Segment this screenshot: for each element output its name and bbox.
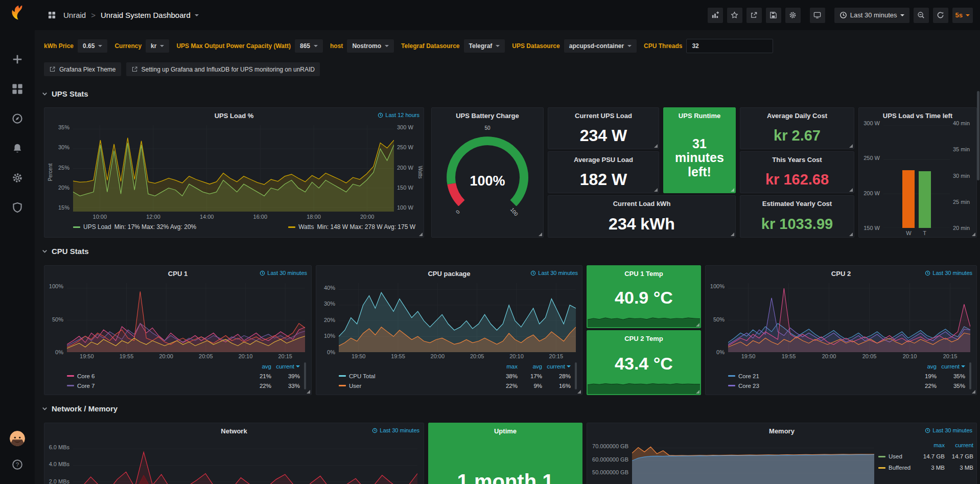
panel-title[interactable]: Uptime xyxy=(494,427,517,435)
legend-item[interactable]: Core 23 22% 35% xyxy=(728,381,965,390)
panel-title[interactable]: CPU package xyxy=(428,270,470,278)
refresh-button[interactable] xyxy=(933,8,948,23)
legend-sort-header[interactable]: avg xyxy=(910,363,937,370)
panel-title[interactable]: UPS Load vs Time left xyxy=(883,112,952,120)
dashboard-grid-icon[interactable] xyxy=(44,8,59,23)
y-axis-right: 40 min35 min30 min25 min20 min xyxy=(950,123,976,228)
panel-title[interactable]: UPS Load % xyxy=(215,112,254,120)
variable-value-dropdown[interactable]: Telegraf xyxy=(464,39,505,53)
legend-item[interactable]: Watts Min: 148 W Max: 278 W Avg: 175 W xyxy=(288,223,415,231)
chart-plot[interactable] xyxy=(73,441,417,484)
legend-scrollbar[interactable] xyxy=(575,362,577,389)
legend-scrollbar[interactable] xyxy=(304,362,306,389)
save-button[interactable] xyxy=(766,8,781,23)
panel-time-range[interactable]: Last 12 hours xyxy=(378,112,419,118)
chevron-down-icon[interactable] xyxy=(195,14,199,16)
legend-sort-header[interactable]: current xyxy=(271,363,300,370)
server-admin-shield-icon[interactable] xyxy=(7,197,28,218)
refresh-interval-picker[interactable]: 5s xyxy=(952,8,973,23)
legend-item[interactable]: Core 7 22% 33% xyxy=(67,381,300,390)
legend-item[interactable]: User 22% 9% 16% xyxy=(339,381,571,390)
chevron-down-icon xyxy=(385,45,389,47)
panel-time-range[interactable]: Last 30 minutes xyxy=(530,270,578,276)
explore-compass-icon[interactable] xyxy=(7,108,28,129)
legend-item[interactable]: Used 14.7 GB 14.7 GB xyxy=(878,451,973,462)
chart-plot[interactable] xyxy=(339,283,576,352)
legend-sort-header[interactable]: avg xyxy=(518,363,542,370)
breadcrumb-dashboard-title[interactable]: Unraid System Dashboard xyxy=(101,11,191,19)
legend-item[interactable]: CPU Total 38% 17% 28% xyxy=(339,371,571,381)
panel-time-range[interactable]: Last 30 minutes xyxy=(372,427,419,433)
legend-sort-header[interactable]: max xyxy=(916,442,945,448)
legend-sort-header[interactable]: avg xyxy=(245,363,271,370)
page-scrollbar[interactable] xyxy=(977,31,979,484)
create-plus-icon[interactable] xyxy=(7,49,28,70)
panel-time-range[interactable]: Last 30 minutes xyxy=(925,427,972,433)
chart-bar[interactable] xyxy=(902,170,915,228)
panel-title[interactable]: CPU 1 xyxy=(168,270,188,278)
star-button[interactable] xyxy=(727,8,742,23)
variable-text-input[interactable]: 32 xyxy=(686,39,773,53)
variable-value-dropdown[interactable]: kr xyxy=(146,39,169,53)
dashboards-grid-icon[interactable] xyxy=(7,79,28,99)
variable-value-dropdown[interactable]: Nostromo xyxy=(347,39,394,53)
cycle-view-mode-button[interactable] xyxy=(810,8,825,23)
panel-time-range[interactable]: Last 30 minutes xyxy=(925,270,972,276)
panel-uptime: Uptime 1 month 1 xyxy=(428,423,582,484)
variable-value-dropdown[interactable]: apcupsd-container xyxy=(564,39,637,53)
breadcrumb-folder[interactable]: Unraid xyxy=(63,11,86,19)
legend-item[interactable]: Core 6 21% 39% xyxy=(67,371,300,381)
grafana-logo-icon[interactable] xyxy=(8,4,27,24)
panel-title[interactable]: Average PSU Load xyxy=(574,156,633,164)
link-ups-monitoring-guide[interactable]: Setting up Grafana and InfluxDB for UPS … xyxy=(126,62,320,76)
panel-title[interactable]: Network xyxy=(221,427,247,435)
panel-time-range[interactable]: Last 30 minutes xyxy=(260,270,307,276)
section-header-ups-stats[interactable]: UPS Stats xyxy=(41,89,88,98)
stat-value: 234 W xyxy=(548,123,659,149)
section-header-cpu-stats[interactable]: CPU Stats xyxy=(41,247,89,256)
panel-title[interactable]: CPU 1 Temp xyxy=(624,270,663,278)
alerting-bell-icon[interactable] xyxy=(7,138,28,158)
panel-title[interactable]: Current Load kWh xyxy=(613,200,671,208)
legend-item[interactable]: Core 21 19% 35% xyxy=(728,371,965,381)
chart-plot[interactable] xyxy=(728,283,970,352)
panel-title[interactable]: Memory xyxy=(769,427,795,435)
legend-item[interactable]: UPS Load Min: 17% Max: 32% Avg: 20% xyxy=(73,223,196,231)
chart-plot[interactable] xyxy=(883,125,950,228)
variable-value-dropdown[interactable]: 865 xyxy=(295,39,323,53)
axis-tick: 250 W xyxy=(397,144,413,150)
legend-sort-header[interactable]: current xyxy=(945,442,973,448)
legend-sort-header[interactable]: max xyxy=(493,363,518,370)
panel-title[interactable]: CPU 2 xyxy=(831,270,851,278)
panel-title[interactable]: UPS Battery Charge xyxy=(456,112,519,120)
legend-sort-header[interactable]: current xyxy=(542,363,571,370)
settings-gear-icon[interactable] xyxy=(785,8,801,23)
share-button[interactable] xyxy=(746,8,762,23)
axis-tick: 14:00 xyxy=(200,214,214,220)
chart-plot[interactable] xyxy=(67,283,305,352)
panel-title[interactable]: Average Daily Cost xyxy=(767,112,827,120)
legend-item[interactable]: Buffered 3 MB 3 MB xyxy=(878,462,973,473)
variable-value-dropdown[interactable]: 0.65 xyxy=(78,39,107,53)
user-avatar[interactable] xyxy=(10,431,25,446)
help-icon[interactable]: ? xyxy=(7,454,28,475)
add-panel-button[interactable] xyxy=(708,8,723,23)
link-grafana-plex-theme[interactable]: Grafana Plex Theme xyxy=(44,62,121,76)
zoom-out-button[interactable] xyxy=(914,8,929,23)
chart-plot[interactable] xyxy=(73,125,394,212)
legend-sort-header[interactable]: current xyxy=(937,363,965,370)
scrollbar-thumb[interactable] xyxy=(977,91,979,180)
panel-title[interactable]: Current UPS Load xyxy=(575,112,632,120)
dashboard-scroll-area[interactable]: kWh Price 0.65 Currency kr UPS Max Outpu… xyxy=(35,30,980,484)
chart-plot[interactable] xyxy=(632,441,874,484)
configuration-gear-icon[interactable] xyxy=(7,168,28,188)
panel-title[interactable]: This Years Cost xyxy=(772,156,822,164)
chart-bar[interactable] xyxy=(919,171,931,228)
section-header-network-memory[interactable]: Network / Memory xyxy=(41,404,118,413)
time-range-picker[interactable]: Last 30 minutes xyxy=(834,8,909,23)
legend-scrollbar[interactable] xyxy=(969,362,971,389)
chevron-down-icon xyxy=(41,405,49,412)
panel-title[interactable]: CPU 2 Temp xyxy=(624,335,663,342)
panel-title[interactable]: UPS Runtime xyxy=(679,112,720,120)
panel-title[interactable]: Estimated Yearly Cost xyxy=(762,200,832,208)
